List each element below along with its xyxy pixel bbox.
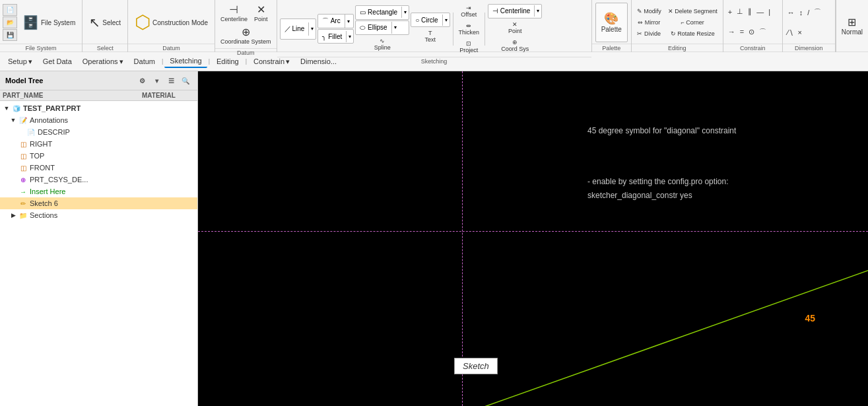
cl2-dropdown[interactable]: ▾ — [535, 6, 541, 16]
sidebar-header-btns: ⚙ ▾ ☰ 🔍 — [135, 74, 192, 87]
select-group-name: Select — [83, 44, 127, 52]
point2-btn[interactable]: ✕ Point — [488, 19, 542, 36]
sidebar-tool-btn4[interactable]: 🔍 — [179, 74, 192, 87]
tree-sections[interactable]: ▶ 📁 Sections — [0, 209, 197, 221]
tree-test-part[interactable]: ▼ 🧊 TEST_PART.PRT — [0, 102, 197, 114]
label-45: 45 — [805, 313, 815, 323]
spline-btn[interactable]: ∿ Spline — [355, 36, 409, 53]
arc-split-btn[interactable]: ⌒ Arc ▾ — [317, 14, 354, 28]
c4-btn[interactable]: — — [754, 7, 766, 17]
mirror-btn[interactable]: ⇔ Mirror — [634, 17, 664, 28]
coord-sys-btn[interactable]: ⊕ Coordinate System — [218, 25, 274, 47]
divide-btn[interactable]: ✂ Divide — [634, 28, 664, 39]
tree-sketch6[interactable]: ▶ ✏ Sketch 6 — [0, 197, 197, 209]
ellipse-split-btn[interactable]: ⬭ Ellipse ▾ — [355, 20, 409, 35]
group-editing: ✎ Modify ⇔ Mirror ✂ Divide ✕ Delete Segm… — [632, 0, 723, 52]
line-split-btn[interactable]: ／ Line ▾ — [280, 18, 317, 40]
fillet-dropdown[interactable]: ▾ — [347, 32, 353, 42]
select-btn[interactable]: ↖ Select — [85, 14, 125, 31]
nav-sketching[interactable]: Sketching — [164, 55, 207, 68]
point-btn[interactable]: ✕ Point — [251, 3, 271, 24]
tree-top[interactable]: ▶ ◫ TOP — [0, 150, 197, 162]
modify-btn[interactable]: ✎ Modify — [634, 6, 664, 17]
line-dropdown[interactable]: ▾ — [309, 24, 316, 34]
tree-right[interactable]: ▶ ◫ RIGHT — [0, 138, 197, 150]
sidebar-tool-btn1[interactable]: ⚙ — [135, 74, 149, 87]
save-btn[interactable]: 💾 — [3, 29, 17, 41]
c6-btn[interactable]: → — [726, 27, 737, 36]
ellipse-dropdown[interactable]: ▾ — [392, 22, 399, 32]
tree-descrip[interactable]: ▶ 📄 DESCRIP — [0, 126, 197, 138]
tree-insert-here[interactable]: ▶ → Insert Here — [0, 186, 197, 197]
arc-main[interactable]: ⌒ Arc — [318, 15, 345, 28]
new-btn[interactable]: 📄 — [3, 4, 17, 16]
datum-row2: ⊕ Coordinate System — [218, 25, 274, 47]
dim3-btn[interactable]: / — [805, 8, 811, 17]
nav-operations[interactable]: Operations ▾ — [77, 55, 129, 68]
circle-main[interactable]: ○ Circle — [411, 15, 442, 26]
dim6-btn[interactable]: × — [796, 28, 804, 37]
nav-constrain-label: Constrain — [253, 57, 284, 65]
c8-btn[interactable]: ⊙ — [747, 27, 756, 37]
palette-btn[interactable]: 🎨 Palette — [595, 3, 628, 42]
nav-setup[interactable]: Setup ▾ — [3, 55, 38, 68]
thicken-btn[interactable]: ⇹ Thicken — [456, 20, 483, 38]
open-btn[interactable]: 📂 — [3, 17, 17, 28]
editing-tools: ✎ Modify ⇔ Mirror ✂ Divide ✕ Delete Segm… — [632, 0, 723, 44]
tree-front[interactable]: ▶ ◫ FRONT — [0, 162, 197, 174]
nav-datum[interactable]: Datum — [129, 55, 160, 67]
centerline2-main[interactable]: ⊣ Centerline — [488, 5, 535, 17]
svg-line-2 — [462, 269, 868, 406]
circle-dropdown[interactable]: ▾ — [443, 15, 450, 25]
offset-icon: ⇥ — [466, 5, 471, 11]
c2-btn[interactable]: ⊥ — [735, 7, 745, 17]
c1-btn[interactable]: + — [726, 7, 734, 17]
corner-btn[interactable]: ⌐ Corner — [665, 17, 720, 28]
line-main[interactable]: ／ Line — [281, 22, 310, 36]
tree-annotations[interactable]: ▼ 📝 Annotations — [0, 114, 197, 126]
nav-editing[interactable]: Editing — [211, 55, 244, 67]
fillet-split-btn[interactable]: ╮ Fillet ▾ — [317, 29, 354, 44]
c5-btn[interactable]: | — [766, 7, 772, 17]
circle-split-btn[interactable]: ○ Circle ▾ — [411, 13, 450, 27]
construction-btn[interactable]: ⬡ Construction Mode — [131, 11, 212, 34]
centerline-btn[interactable]: ⊣ Centerline — [218, 3, 250, 24]
plane-icon-right: ◫ — [18, 139, 28, 149]
sidebar-tool-btn3[interactable]: ☰ — [164, 74, 178, 87]
datum-row1: ⊣ Centerline ✕ Point — [218, 3, 274, 24]
nav-dimension[interactable]: Dimensio... — [295, 55, 342, 67]
dim5-btn[interactable]: ∕∖ — [785, 28, 795, 38]
rect-dropdown[interactable]: ▾ — [402, 7, 409, 17]
delete-seg-btn[interactable]: ✕ Delete Segment — [665, 6, 720, 17]
sketch-label-box: Sketch — [454, 358, 498, 374]
plane-icon-front: ◫ — [18, 162, 28, 173]
dim4-btn[interactable]: ⌒ — [812, 7, 823, 18]
expand-annotations[interactable]: ▼ — [9, 117, 17, 123]
construction-tools: ⬡ Construction Mode — [128, 0, 215, 44]
nav-datum-label: Datum — [134, 57, 155, 65]
centerline2-split-btn[interactable]: ⊣ Centerline ▾ — [488, 4, 542, 18]
offset-btn[interactable]: ⇥ Offset — [456, 3, 483, 20]
nav-constrain[interactable]: Constrain ▾ — [248, 55, 295, 68]
expand-test-part[interactable]: ▼ — [3, 105, 11, 112]
expand-sections[interactable]: ▶ — [9, 212, 17, 219]
text-btn[interactable]: T Text — [411, 28, 450, 45]
ellipse-main[interactable]: ⬭ Ellipse — [356, 22, 391, 34]
filesys-btn[interactable]: 🗄️ File System — [18, 14, 79, 31]
rotate-resize-btn[interactable]: ↻ Rotate Resize — [665, 28, 720, 39]
c9-btn[interactable]: ⌒ — [757, 26, 768, 38]
dim2-btn[interactable]: ↕ — [797, 8, 805, 17]
arc-dropdown[interactable]: ▾ — [345, 17, 352, 26]
c3-btn[interactable]: ∥ — [746, 7, 754, 17]
rectangle-split-btn[interactable]: ▭ Rectangle ▾ — [355, 5, 409, 20]
coord2-btn[interactable]: ⊕ Coord Sys — [488, 37, 542, 54]
c7-btn[interactable]: = — [738, 27, 746, 36]
nav-getdata[interactable]: Get Data — [38, 55, 77, 67]
dim1-btn[interactable]: ↔ — [785, 8, 797, 17]
sidebar-tool-btn2[interactable]: ▾ — [150, 74, 163, 87]
fillet-main[interactable]: ╮ Fillet — [318, 31, 347, 42]
rectangle-main[interactable]: ▭ Rectangle — [356, 7, 402, 18]
normal-btn[interactable]: ⊞ Normal — [836, 0, 868, 52]
sketch6-label: Sketch 6 — [30, 199, 58, 207]
tree-prt-csys[interactable]: ▶ ⊕ PRT_CSYS_DE... — [0, 174, 197, 186]
